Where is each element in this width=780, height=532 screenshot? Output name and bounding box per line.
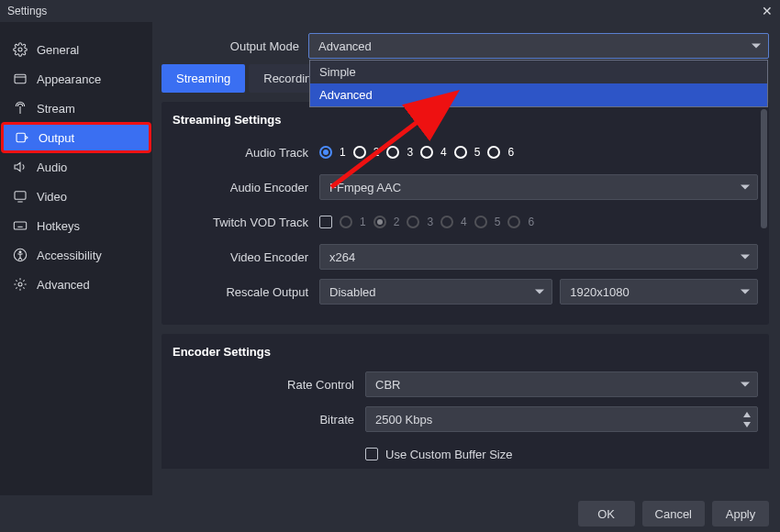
sidebar-item-label: Video [37, 190, 67, 204]
svg-marker-5 [15, 162, 20, 171]
bitrate-input[interactable]: 2500 Kbps [365, 406, 758, 432]
gear-icon [13, 42, 28, 57]
output-mode-option-advanced[interactable]: Advanced [310, 83, 767, 106]
audio-track-radios: 1 2 3 4 5 6 [319, 146, 758, 159]
wrench-icon [13, 277, 28, 292]
audio-track-radio-4[interactable] [420, 146, 433, 159]
svg-point-15 [18, 283, 22, 286]
audio-track-radio-5[interactable] [454, 146, 467, 159]
video-encoder-label: Video Encoder [173, 250, 319, 264]
rescale-output-select[interactable]: Disabled [319, 279, 552, 305]
tab-streaming[interactable]: Streaming [162, 64, 245, 93]
audio-track-radio-6[interactable] [487, 146, 500, 159]
main-panel: Output Mode Advanced Simple Advanced Str… [152, 22, 780, 495]
svg-line-23 [23, 280, 24, 281]
svg-line-20 [16, 280, 17, 281]
rate-control-select[interactable]: CBR [365, 371, 758, 397]
audio-encoder-label: Audio Encoder [173, 181, 319, 194]
rate-control-label: Rate Control [173, 378, 365, 392]
antenna-icon [13, 101, 28, 116]
twitch-vod-checkbox[interactable] [319, 216, 332, 228]
sidebar-item-appearance[interactable]: Appearance [0, 64, 152, 94]
sidebar-item-label: Hotkeys [37, 219, 80, 233]
footer: OK Cancel Apply [0, 495, 780, 532]
keyboard-icon [13, 218, 28, 233]
chevron-down-icon [535, 290, 544, 294]
twitch-vod-radio-5 [474, 216, 487, 228]
twitch-vod-radio-1 [340, 216, 352, 228]
svg-line-22 [16, 287, 17, 288]
speaker-icon [13, 160, 28, 174]
sidebar-item-stream[interactable]: Stream [0, 94, 152, 123]
chevron-down-icon [741, 290, 750, 294]
spin-down-icon[interactable] [740, 419, 754, 429]
encoder-settings-panel: Encoder Settings Rate Control CBR Bitrat… [162, 334, 769, 469]
window-title: Settings [7, 5, 47, 17]
sidebar-item-label: General [37, 43, 79, 57]
rescale-resolution-select[interactable]: 1920x1080 [560, 279, 758, 305]
sidebar-item-label: Audio [37, 161, 67, 174]
close-icon[interactable]: ✕ [762, 4, 773, 18]
chevron-down-icon [752, 44, 761, 49]
sidebar-item-video[interactable]: Video [0, 182, 152, 211]
svg-rect-8 [14, 222, 26, 229]
sidebar-item-label: Advanced [37, 278, 90, 292]
sidebar-item-label: Stream [37, 102, 75, 116]
output-mode-select[interactable]: Advanced Simple Advanced [308, 33, 769, 59]
chevron-down-icon [741, 255, 750, 260]
output-icon [15, 130, 29, 145]
twitch-vod-radio-6 [507, 216, 520, 228]
sidebar-item-output[interactable]: Output [2, 123, 150, 152]
palette-icon [13, 72, 28, 86]
audio-track-label: Audio Track [173, 146, 319, 160]
bitrate-label: Bitrate [173, 413, 365, 427]
chevron-down-icon [741, 185, 750, 190]
sidebar-item-audio[interactable]: Audio [0, 152, 152, 182]
sidebar-item-general[interactable]: General [0, 35, 152, 64]
titlebar: Settings ✕ [0, 0, 780, 22]
svg-point-14 [19, 251, 21, 253]
svg-line-21 [23, 287, 24, 288]
output-mode-label: Output Mode [162, 39, 308, 53]
audio-track-radio-3[interactable] [386, 146, 399, 159]
streaming-settings-heading: Streaming Settings [173, 113, 758, 127]
ok-button[interactable]: OK [578, 501, 635, 526]
twitch-vod-radio-3 [407, 216, 419, 228]
output-mode-dropdown: Simple Advanced [309, 60, 768, 107]
twitch-vod-controls: 1 2 3 4 5 6 [319, 216, 758, 228]
rescale-output-label: Rescale Output [173, 285, 319, 299]
sidebar-item-accessibility[interactable]: Accessibility [0, 240, 152, 270]
twitch-vod-label: Twitch VOD Track [173, 216, 319, 229]
twitch-vod-radio-4 [440, 216, 453, 228]
audio-track-radio-1[interactable] [319, 146, 332, 159]
accessibility-icon [13, 248, 28, 262]
spin-up-icon[interactable] [740, 409, 754, 419]
custom-buffer-checkbox[interactable] [365, 448, 378, 460]
apply-button[interactable]: Apply [712, 501, 769, 526]
scrollbar-thumb[interactable] [761, 109, 767, 228]
sidebar-item-label: Accessibility [37, 249, 102, 262]
svg-marker-24 [743, 412, 751, 417]
output-mode-option-simple[interactable]: Simple [310, 61, 767, 83]
encoder-settings-heading: Encoder Settings [173, 345, 758, 359]
output-mode-value: Advanced [318, 39, 372, 53]
svg-point-0 [18, 48, 22, 51]
audio-encoder-select[interactable]: FFmpeg AAC [319, 174, 758, 200]
svg-rect-1 [15, 74, 26, 83]
sidebar: General Appearance Stream Output Audio V… [0, 22, 152, 495]
video-encoder-select[interactable]: x264 [319, 244, 758, 270]
svg-marker-25 [743, 422, 751, 427]
streaming-settings-panel: Streaming Settings Audio Track 1 2 3 4 5… [162, 102, 769, 325]
audio-track-radio-2[interactable] [353, 146, 366, 159]
twitch-vod-radio-2 [373, 216, 386, 228]
chevron-down-icon [741, 382, 750, 387]
svg-rect-6 [15, 192, 26, 200]
cancel-button[interactable]: Cancel [642, 501, 705, 526]
custom-buffer-label: Use Custom Buffer Size [385, 448, 512, 461]
sidebar-item-advanced[interactable]: Advanced [0, 270, 152, 299]
monitor-icon [13, 189, 28, 204]
sidebar-item-label: Output [39, 131, 74, 145]
sidebar-item-label: Appearance [37, 72, 101, 86]
sidebar-item-hotkeys[interactable]: Hotkeys [0, 211, 152, 240]
svg-rect-4 [17, 133, 25, 141]
